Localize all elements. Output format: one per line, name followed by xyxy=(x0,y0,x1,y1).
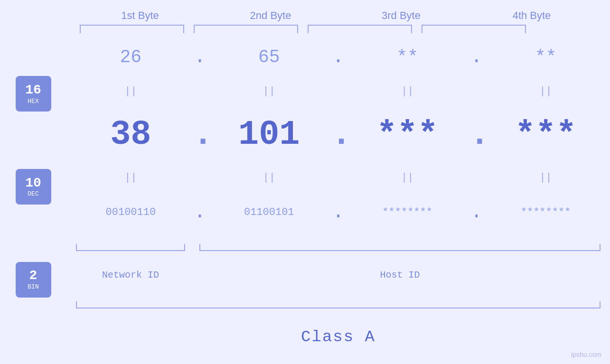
dec-badge: 10 DEC xyxy=(16,169,51,205)
dec-val-3: *** xyxy=(360,115,455,154)
hex-val-3: ** xyxy=(360,47,455,67)
bin-sep-2: . xyxy=(331,202,345,223)
eq2-1: || xyxy=(83,172,178,184)
bottom-brackets-row xyxy=(76,244,601,251)
hex-val-2: 65 xyxy=(222,47,317,67)
id-labels-row: Network ID Host ID xyxy=(76,270,601,280)
bracket-4 xyxy=(422,25,526,33)
hex-row: 26 . 65 . ** . ** xyxy=(76,47,601,68)
dec-badge-label: DEC xyxy=(28,190,38,197)
class-bracket xyxy=(76,301,601,308)
eq1-2: || xyxy=(222,85,317,97)
eq1-4: || xyxy=(498,85,593,97)
eq2-3: || xyxy=(360,172,455,184)
header-brackets xyxy=(75,25,597,33)
bin-badge-label: BIN xyxy=(28,283,38,290)
bracket-2 xyxy=(194,25,298,33)
hex-sep-2: . xyxy=(331,47,345,68)
byte-header-1: 1st Byte xyxy=(88,9,192,22)
bin-sep-1: . xyxy=(193,202,207,223)
bin-val-4: ******** xyxy=(498,206,593,218)
main-container: 1st Byte 2nd Byte 3rd Byte 4th Byte 16 H… xyxy=(0,0,610,364)
bin-badge-num: 2 xyxy=(29,269,38,283)
network-id-label: Network ID xyxy=(76,270,185,280)
bin-sep-3: . xyxy=(469,202,484,223)
eq2-4: || xyxy=(498,172,593,184)
hex-sep-1: . xyxy=(193,47,207,68)
bracket-3 xyxy=(308,25,412,33)
hex-val-4: ** xyxy=(498,47,593,67)
hex-badge: 16 HEX xyxy=(16,76,51,112)
byte-headers: 1st Byte 2nd Byte 3rd Byte 4th Byte xyxy=(75,9,597,22)
dec-sep-2: . xyxy=(331,115,345,154)
content-area: 16 HEX 10 DEC 2 BIN 26 . 65 . ** . ** xyxy=(0,38,610,364)
dec-val-1: 38 xyxy=(83,115,178,154)
dec-val-2: 101 xyxy=(222,115,317,154)
byte-header-4: 4th Byte xyxy=(479,9,584,22)
bin-val-3: ******** xyxy=(360,206,455,218)
bin-badge: 2 BIN xyxy=(16,262,51,298)
dec-sep-1: . xyxy=(193,115,207,154)
eq2-2: || xyxy=(222,172,317,184)
class-label: Class A xyxy=(76,328,601,346)
byte-header-2: 2nd Byte xyxy=(218,9,323,22)
dec-val-4: *** xyxy=(498,115,593,154)
hex-badge-label: HEX xyxy=(28,98,38,105)
dec-row: 38 . 101 . *** . *** xyxy=(76,115,601,154)
hex-val-1: 26 xyxy=(83,47,178,67)
host-id-label: Host ID xyxy=(199,270,601,280)
grid-area: 26 . 65 . ** . ** || || || || 38 xyxy=(66,38,610,364)
eq1-1: || xyxy=(83,85,178,97)
dec-badge-num: 10 xyxy=(25,176,41,191)
bin-row: 00100110 . 01100101 . ******** . *******… xyxy=(76,202,601,223)
bin-val-2: 01100101 xyxy=(222,206,317,218)
byte-header-3: 3rd Byte xyxy=(349,9,453,22)
network-bracket xyxy=(76,244,185,251)
dec-sep-3: . xyxy=(469,115,484,154)
eq1-3: || xyxy=(360,85,455,97)
bracket-1 xyxy=(80,25,184,33)
equals-row-2: || || || || xyxy=(76,171,601,185)
equals-row-1: || || || || xyxy=(76,84,601,98)
bin-val-1: 00100110 xyxy=(83,206,178,218)
badges-column: 16 HEX 10 DEC 2 BIN xyxy=(0,38,66,364)
watermark: ipshu.com xyxy=(571,351,601,358)
host-bracket xyxy=(199,244,601,251)
hex-sep-3: . xyxy=(469,47,484,68)
hex-badge-num: 16 xyxy=(25,83,41,98)
